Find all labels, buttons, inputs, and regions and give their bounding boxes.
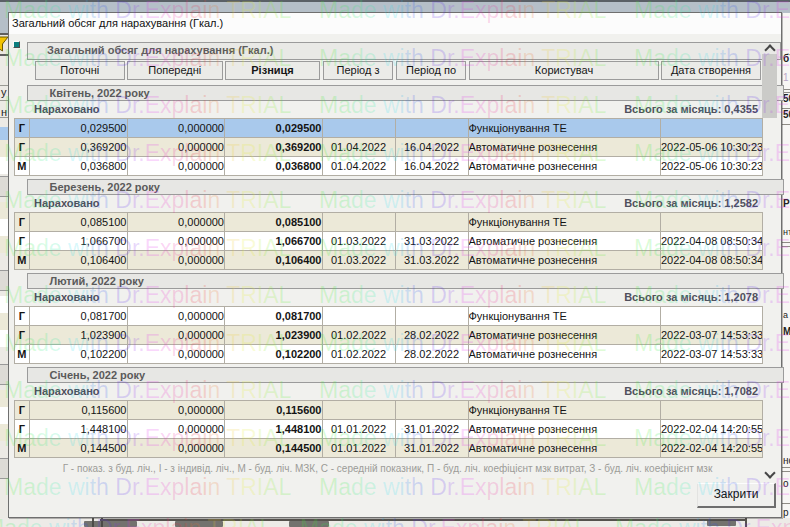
column-header-difference[interactable]: Різниця — [225, 61, 320, 80]
month-total: Всього за місяць: 0,4355 — [624, 103, 758, 115]
month-total: Всього за місяць: 1,7082 — [624, 385, 758, 397]
section-header-february: Лютий, 2022 року — [27, 273, 784, 289]
background-right-fragment: р — [783, 507, 789, 518]
chevron-down-icon[interactable] — [764, 467, 775, 478]
data-table-january: Г 0,115600 0,000000 0,115600 Функціонува… — [14, 400, 763, 458]
section-header-march: Березень, 2022 року — [27, 179, 784, 195]
table-row[interactable]: М 0,102200 0,000000 0,102200 01.02.2022 … — [15, 345, 763, 364]
table-row[interactable]: М 0,106400 0,000000 0,106400 01.03.2022 … — [15, 251, 763, 270]
column-header-created[interactable]: Дата створення — [661, 61, 761, 80]
background-bottom-sliver — [0, 518, 790, 527]
accrued-row: Нараховано Всього за місяць: 0,4355 — [14, 102, 761, 117]
dialog-window: Загальний обсяг для нарахування (Гкал.) … — [8, 12, 782, 518]
background-left-fragment: н — [1, 106, 8, 118]
column-header-current[interactable]: Поточні — [35, 61, 126, 80]
background-filter-cell — [0, 35, 8, 55]
background-right-fragment: 1 — [783, 72, 789, 83]
accrued-label: Нараховано — [34, 291, 100, 303]
section-header-january: Січень, 2022 року — [27, 367, 784, 383]
dialog-title: Загальний обсяг для нарахування (Гкал.) — [12, 17, 223, 29]
legend-footnote: Г - показ. з буд. ліч., І - з індивід. л… — [14, 463, 761, 474]
month-total: Всього за місяць: 1,2582 — [624, 197, 758, 209]
accrued-row: Нараховано Всього за місяць: 1,7082 — [14, 384, 761, 399]
background-right-fragment: М — [783, 326, 790, 337]
accrued-row: Нараховано Всього за місяць: 1,2078 — [14, 290, 761, 305]
scrollbar-thumb[interactable] — [762, 54, 777, 118]
accrued-label: Нараховано — [34, 385, 100, 397]
background-right-fragment: но — [783, 455, 790, 466]
background-right-fragment: 50 — [783, 109, 790, 120]
column-header-user[interactable]: Користувач — [469, 61, 659, 80]
background-right-fragment: 50 — [783, 93, 790, 104]
accrued-label: Нараховано — [34, 197, 100, 209]
close-button[interactable]: Закрити — [697, 483, 776, 508]
accrued-row: Нараховано Всього за місяць: 1,2582 — [14, 196, 761, 211]
background-right-fragment: Р — [783, 198, 790, 209]
table-row[interactable]: Г 0,081700 0,000000 0,081700 Функціонува… — [15, 307, 763, 326]
background-left-fragment: у — [1, 86, 8, 98]
data-table-april: Г 0,029500 0,000000 0,029500 Функціонува… — [14, 118, 763, 176]
data-table-march: Г 0,085100 0,000000 0,085100 Функціонува… — [14, 212, 763, 270]
table-row[interactable]: М 0,036800 0,000000 0,036800 01.04.2022 … — [15, 157, 763, 176]
table-row[interactable]: М 0,144500 0,000000 0,144500 01.01.2022 … — [15, 439, 763, 458]
accrued-label: Нараховано — [34, 103, 100, 115]
data-table-february: Г 0,081700 0,000000 0,081700 Функціонува… — [14, 306, 763, 364]
table-row[interactable]: Г 1,448100 0,000000 1,448100 01.01.2022 … — [15, 420, 763, 439]
table-row[interactable]: Г 1,066700 0,000000 1,066700 01.03.2022 … — [15, 232, 763, 251]
table-row[interactable]: Г 0,029500 0,000000 0,029500 Функціонува… — [15, 119, 763, 138]
table-row[interactable]: Г 0,369200 0,000000 0,369200 01.04.2022 … — [15, 138, 763, 157]
column-header-period-to[interactable]: Період по — [396, 61, 466, 80]
filter-funnel-icon — [0, 36, 8, 53]
background-right-fragment: нт — [783, 227, 790, 237]
background-right-fragment: б7 — [783, 53, 790, 64]
month-total: Всього за місяць: 1,2078 — [624, 291, 758, 303]
grid-options-icon[interactable] — [13, 41, 20, 48]
table-row[interactable]: Г 1,023900 0,000000 1,023900 01.02.2022 … — [15, 326, 763, 345]
background-left-toolbar — [0, 13, 8, 33]
column-header-previous[interactable]: Попередні — [127, 61, 223, 80]
table-row[interactable]: Г 0,085100 0,000000 0,085100 Функціонува… — [15, 213, 763, 232]
group-header: Загальний обсяг для нарахування (Гкал.) — [27, 42, 781, 60]
background-right-fragment: а — [783, 310, 788, 320]
background-right-fragment: о — [783, 478, 789, 489]
dialog-titlebar[interactable]: Загальний обсяг для нарахування (Гкал.) — [9, 13, 781, 34]
section-header-april: Квітень, 2022 року — [27, 85, 784, 101]
table-row[interactable]: Г 0,115600 0,000000 0,115600 Функціонува… — [15, 401, 763, 420]
column-header-period-from[interactable]: Період з — [323, 61, 393, 80]
background-left-grid-sliver: у н — [0, 56, 8, 518]
